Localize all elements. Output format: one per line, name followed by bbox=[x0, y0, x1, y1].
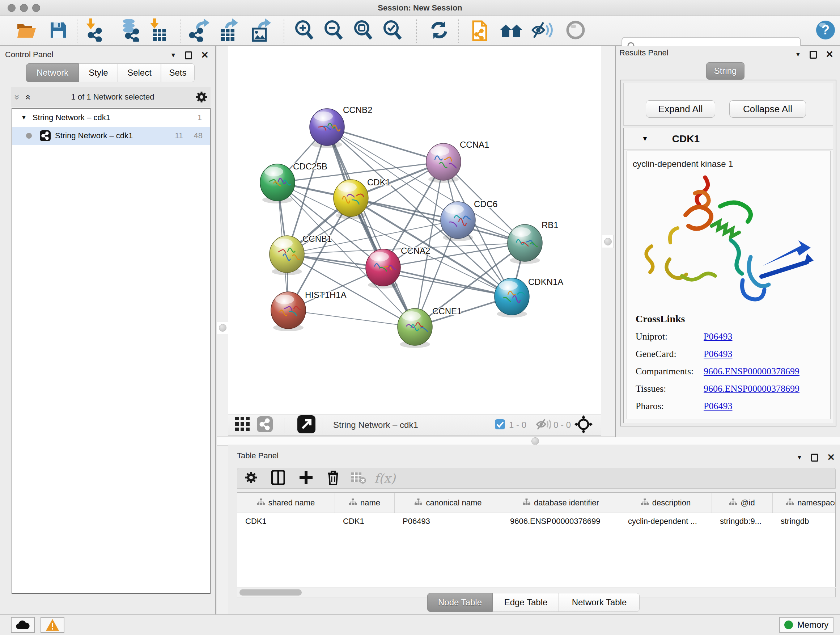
import-network-icon[interactable] bbox=[84, 19, 104, 43]
right-splitter[interactable] bbox=[601, 46, 615, 437]
zoom-selected-icon[interactable] bbox=[382, 19, 403, 42]
function-builder-icon[interactable]: f(x) bbox=[374, 471, 395, 486]
expand-all-networks-icon[interactable]: » bbox=[22, 95, 33, 100]
tab-node-table[interactable]: Node Table bbox=[427, 593, 493, 612]
network-badge-icon[interactable] bbox=[257, 416, 273, 434]
zoom-out-icon[interactable] bbox=[323, 19, 344, 42]
crosslink-link[interactable]: 9606.ENSP00000378699 bbox=[704, 383, 799, 394]
results-panel-collapse-icon[interactable]: ▼ bbox=[795, 51, 801, 58]
table-gear-icon[interactable] bbox=[245, 471, 257, 486]
results-panel-close-icon[interactable]: ✕ bbox=[826, 49, 834, 60]
collapse-all-button[interactable]: Collapse All bbox=[729, 100, 806, 118]
string-home-icon[interactable] bbox=[500, 21, 523, 41]
export-table-icon[interactable] bbox=[218, 19, 240, 43]
tab-sets[interactable]: Sets bbox=[161, 63, 195, 82]
network-node-cdc6[interactable]: CDC6 bbox=[441, 199, 497, 241]
table-cell[interactable]: stringdb:9... bbox=[712, 513, 773, 530]
fit-selection-crosshair-icon[interactable] bbox=[575, 415, 592, 435]
results-panel-float-icon[interactable] bbox=[810, 51, 817, 59]
gene-section-header[interactable]: ▼ CDK1 bbox=[624, 128, 833, 150]
show-hide-glass-icon[interactable] bbox=[531, 20, 553, 41]
right-splitter-handle[interactable] bbox=[602, 235, 614, 248]
table-panel-close-icon[interactable]: ✕ bbox=[827, 452, 835, 463]
table-cell[interactable]: cyclin-dependent ... bbox=[620, 513, 712, 530]
tab-network[interactable]: Network bbox=[26, 63, 79, 82]
collapse-all-networks-icon[interactable]: » bbox=[11, 95, 23, 100]
network-options-gear-icon[interactable] bbox=[195, 91, 208, 103]
tab-network-table[interactable]: Network Table bbox=[559, 593, 639, 612]
table-panel-float-icon[interactable] bbox=[811, 454, 818, 462]
collection-expand-icon[interactable]: ▼ bbox=[21, 114, 27, 121]
tab-string[interactable]: String bbox=[706, 62, 745, 80]
column-header-name[interactable]: name bbox=[335, 493, 395, 513]
help-icon[interactable]: ? bbox=[815, 20, 836, 42]
network-node-ccnb2[interactable]: CCNB2 bbox=[309, 105, 372, 148]
import-table-icon[interactable] bbox=[149, 19, 167, 43]
delete-table-icon[interactable] bbox=[351, 471, 366, 486]
tab-style[interactable]: Style bbox=[79, 63, 118, 82]
cloud-status-button[interactable] bbox=[11, 617, 35, 633]
left-splitter[interactable] bbox=[217, 46, 228, 614]
table-cell[interactable]: stringdb bbox=[773, 513, 836, 530]
table-cell[interactable]: 9606.ENSP00000378699 bbox=[502, 513, 620, 530]
warning-status-button[interactable] bbox=[41, 617, 65, 633]
tab-edge-table[interactable]: Edge Table bbox=[493, 593, 559, 612]
network-canvas[interactable]: CCNB2CCNA1CDC25BCDK1CDC6RB1CCNB1CCNA2CDK… bbox=[228, 46, 601, 415]
crosslink-link[interactable]: P06493 bbox=[704, 401, 732, 412]
open-session-icon[interactable] bbox=[16, 21, 37, 41]
open-in-new-window-icon[interactable] bbox=[297, 415, 316, 435]
show-columns-icon[interactable] bbox=[271, 470, 285, 486]
export-image-icon[interactable] bbox=[251, 19, 272, 43]
column-header--id[interactable]: @id bbox=[712, 493, 773, 513]
table-cell[interactable]: CDK1 bbox=[335, 513, 395, 530]
column-header-namespace[interactable]: namespace bbox=[773, 493, 836, 513]
zoom-in-icon[interactable] bbox=[294, 19, 315, 42]
network-node-ccnb1[interactable]: CCNB1 bbox=[270, 234, 332, 275]
network-node-hist1h1a[interactable]: HIST1H1A bbox=[271, 290, 347, 331]
delete-column-icon[interactable] bbox=[327, 470, 340, 486]
control-panel-float-icon[interactable] bbox=[185, 51, 192, 59]
eye-sphere-icon[interactable] bbox=[566, 20, 585, 41]
gene-collapse-icon[interactable]: ▼ bbox=[642, 135, 648, 143]
zoom-fit-icon[interactable] bbox=[352, 19, 374, 42]
network-graph[interactable]: CCNB2CCNA1CDC25BCDK1CDC6RB1CCNB1CCNA2CDK… bbox=[228, 46, 602, 415]
crosslink-link[interactable]: P06493 bbox=[704, 331, 732, 342]
add-column-icon[interactable] bbox=[299, 470, 313, 486]
birds-eye-view-icon[interactable] bbox=[235, 417, 250, 433]
refresh-icon[interactable] bbox=[429, 20, 449, 42]
selected-checkbox-icon[interactable] bbox=[495, 419, 505, 431]
crosslink-link[interactable]: P06493 bbox=[704, 348, 732, 359]
table-cell[interactable]: P06493 bbox=[395, 513, 502, 530]
crosslink-link[interactable]: 9606.ENSP00000378699 bbox=[704, 366, 799, 377]
network-node-ccna2[interactable]: CCNA2 bbox=[366, 246, 430, 288]
memory-button[interactable]: Memory bbox=[779, 617, 834, 633]
export-network-icon[interactable] bbox=[189, 19, 210, 43]
left-splitter-handle[interactable] bbox=[217, 321, 228, 334]
control-panel-collapse-icon[interactable]: ▼ bbox=[170, 52, 176, 59]
network-node-cdc25b[interactable]: CDC25B bbox=[260, 162, 327, 203]
network-edge[interactable] bbox=[327, 127, 444, 162]
network-row[interactable]: String Network – cdk1 11 48 bbox=[12, 127, 210, 145]
bottom-splitter-handle[interactable] bbox=[531, 437, 539, 445]
import-network-from-database-icon[interactable] bbox=[118, 19, 141, 43]
column-header-shared-name[interactable]: shared name bbox=[237, 493, 335, 513]
control-panel-close-icon[interactable]: ✕ bbox=[201, 50, 209, 61]
table-scrollbar-thumb[interactable] bbox=[240, 589, 302, 595]
tab-select[interactable]: Select bbox=[118, 63, 161, 82]
save-session-icon[interactable] bbox=[49, 21, 67, 41]
column-header-database-identifier[interactable]: database identifier bbox=[502, 493, 620, 513]
table-row[interactable]: CDK1CDK1P064939606.ENSP00000378699cyclin… bbox=[237, 513, 836, 530]
network-collection-row[interactable]: ▼ String Network – cdk1 1 bbox=[12, 109, 210, 127]
hidden-eye-slash-icon[interactable] bbox=[536, 418, 551, 432]
network-node-cdkn1a[interactable]: CDKN1A bbox=[494, 277, 563, 318]
network-node-ccne1[interactable]: CCNE1 bbox=[398, 306, 462, 348]
network-edge[interactable] bbox=[288, 310, 415, 327]
table-panel-collapse-icon[interactable]: ▼ bbox=[796, 454, 802, 461]
expand-all-button[interactable]: Expand All bbox=[646, 100, 715, 118]
string-document-icon[interactable] bbox=[470, 19, 489, 43]
network-node-rb1[interactable]: RB1 bbox=[508, 220, 559, 264]
column-header-canonical-name[interactable]: canonical name bbox=[395, 493, 502, 513]
column-header-description[interactable]: description bbox=[620, 493, 712, 513]
table-cell[interactable]: CDK1 bbox=[237, 513, 335, 530]
network-edge[interactable] bbox=[383, 268, 512, 296]
